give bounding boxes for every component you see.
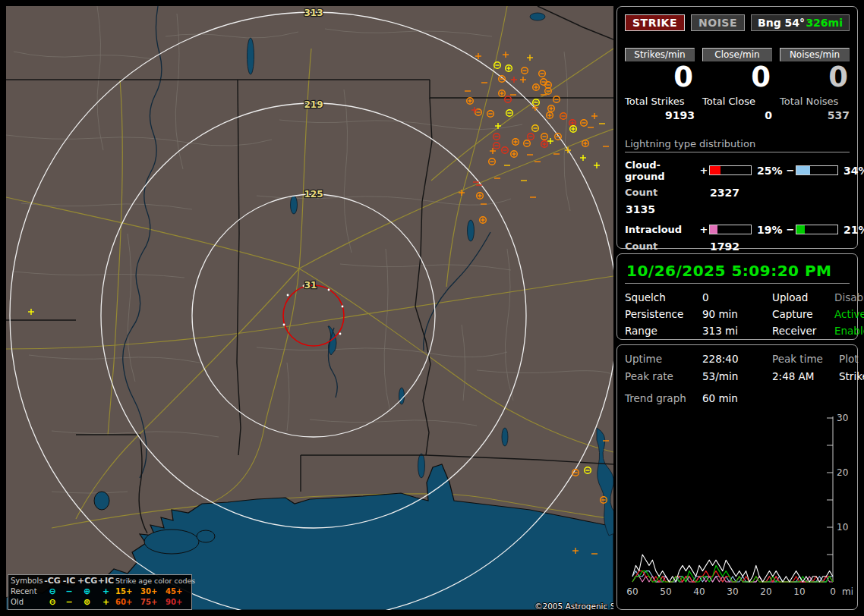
ring-label-219: 219: [304, 99, 323, 110]
bearing-readout: Bng 54° 326mi: [751, 14, 850, 31]
minus-sign: −: [785, 224, 796, 235]
peak-time-value: 2:48 AM: [772, 370, 839, 382]
ic-plus-pct: 19%: [753, 224, 785, 236]
trend-series-+IC: [632, 577, 833, 582]
peak-time-label: Peak time: [772, 353, 839, 365]
ring-label-313: 313: [304, 8, 323, 18]
divider: [625, 283, 850, 284]
upload-status: Disabled: [834, 291, 864, 303]
plot-label: Plot: [839, 353, 864, 365]
ic-minus-bar: [796, 225, 838, 234]
legend-age-header: Strike age color codes: [115, 577, 189, 585]
receiver-label: Receiver: [772, 325, 834, 337]
ring-label-31: 31: [304, 280, 317, 291]
persistence-value: 90 min: [702, 308, 772, 320]
bearing-range-value: 326mi: [806, 17, 843, 29]
ic-count-label: Count: [625, 240, 698, 252]
strikes-per-min-column: Strikes/min 0 Total Strikes 9193: [625, 48, 695, 121]
strike-legend: Symbols -CG -IC +CG +IC Strike age color…: [8, 574, 192, 610]
plus-icon: +: [96, 598, 115, 606]
close-per-min-chip[interactable]: Close/min: [702, 48, 772, 61]
cg-minus-count: 3135: [625, 203, 753, 215]
bearing-label: Bng 54°: [758, 17, 805, 29]
cloud-ground-distribution: Cloud-ground + 25% − 34% Count 2327 3135: [625, 159, 850, 215]
range-label: Range: [625, 325, 702, 337]
legend-row-recent-label: Recent: [11, 588, 44, 596]
plus-sign: +: [698, 165, 709, 176]
noises-per-min-value: 0: [780, 61, 850, 94]
age-90-label: 90+: [166, 599, 189, 606]
close-per-min-value: 0: [702, 61, 772, 94]
minus-icon: −: [61, 598, 77, 606]
legend-symbols-header: Symbols: [11, 577, 44, 585]
total-strikes-label: Total Strikes: [625, 96, 695, 107]
capture-status: Active: [834, 308, 864, 320]
cg-minus-bar: [796, 165, 838, 175]
plus-icon: +: [96, 587, 115, 596]
legend-row-old-label: Old: [11, 599, 44, 606]
strike-mode-button[interactable]: STRIKE: [625, 14, 685, 31]
close-per-min-column: Close/min 0 Total Close 0: [702, 48, 772, 121]
strikes-per-min-value: 0: [625, 61, 695, 94]
circle-plus-icon: ⊕: [77, 587, 96, 596]
datetime-display: 10/26/2025 5:09:20 PM: [626, 262, 850, 280]
cg-minus-pct: 34%: [840, 165, 864, 177]
receiver-status: Enabled: [834, 325, 864, 337]
total-strikes-value: 9193: [625, 109, 695, 121]
age-75-label: 75+: [140, 599, 166, 606]
ring-label-125: 125: [304, 189, 323, 200]
plot-value: Strike: [839, 370, 864, 382]
session-panel: Uptime 228:40 Peak time Plot Peak rate 5…: [616, 344, 858, 610]
total-close-value: 0: [702, 109, 772, 121]
legend-col-neg-ic: -IC: [61, 577, 77, 585]
svg-text:10: 10: [837, 522, 848, 533]
legend-col-pos-ic: +IC: [96, 577, 115, 585]
range-value: 313 mi: [702, 325, 772, 337]
svg-text:40: 40: [693, 586, 705, 597]
cloud-ground-label: Cloud-ground: [625, 159, 698, 182]
legend-col-neg-cg: -CG: [44, 577, 61, 585]
noises-per-min-column: Noises/min 0 Total Noises 537: [780, 48, 850, 121]
svg-text:30: 30: [837, 413, 848, 423]
strikes-per-min-chip[interactable]: Strikes/min: [625, 48, 695, 61]
squelch-value: 0: [702, 291, 772, 303]
uptime-value: 228:40: [702, 353, 772, 365]
age-60-label: 60+: [115, 599, 140, 606]
ic-plus-bar: [709, 225, 752, 234]
nexstorm-app: { "header": { "strike_btn": "STRIKE", "n…: [0, 0, 864, 616]
ic-plus-count: 1792: [709, 240, 796, 253]
total-noises-label: Total Noises: [780, 96, 850, 107]
squelch-label: Squelch: [625, 291, 702, 303]
upload-label: Upload: [772, 291, 834, 303]
ic-minus-pct: 21%: [840, 224, 864, 236]
total-close-label: Total Close: [702, 96, 772, 107]
svg-text:50: 50: [660, 586, 671, 597]
svg-text:20: 20: [760, 586, 771, 597]
noises-per-min-chip[interactable]: Noises/min: [780, 48, 850, 61]
cg-plus-bar: [709, 165, 752, 175]
uptime-label: Uptime: [625, 353, 702, 365]
age-30-label: 30+: [140, 588, 166, 596]
persistence-label: Persistence: [625, 308, 702, 320]
map-canvas[interactable]: 313 219 125 31 ©2005 Astrogenic Systems: [6, 6, 613, 610]
cg-plus-count: 2327: [709, 187, 796, 199]
copyright-text: ©2005 Astrogenic Systems: [534, 602, 613, 610]
total-noises-value: 537: [780, 109, 850, 121]
status-panel: 10/26/2025 5:09:20 PM Squelch 0 Upload D…: [616, 253, 858, 340]
capture-label: Capture: [772, 308, 834, 320]
age-45-label: 45+: [166, 588, 189, 596]
minus-icon: −: [61, 587, 77, 596]
peak-rate-value: 53/min: [702, 370, 772, 382]
svg-text:60: 60: [626, 586, 638, 597]
lightning-map[interactable]: 313 219 125 31 ©2005 Astrogenic Systems …: [6, 6, 613, 610]
legend-col-pos-cg: +CG: [77, 577, 96, 585]
cg-plus-pct: 25%: [753, 165, 785, 177]
peak-rate-label: Peak rate: [625, 370, 702, 382]
svg-text:20: 20: [837, 467, 848, 478]
plus-sign: +: [698, 224, 709, 235]
svg-text:10: 10: [793, 586, 805, 597]
minus-sign: −: [785, 165, 796, 176]
noise-mode-button[interactable]: NOISE: [691, 14, 745, 31]
trend-graph-label: Trend graph: [625, 392, 702, 404]
trend-graph: 1020306050403020100min: [625, 407, 853, 602]
